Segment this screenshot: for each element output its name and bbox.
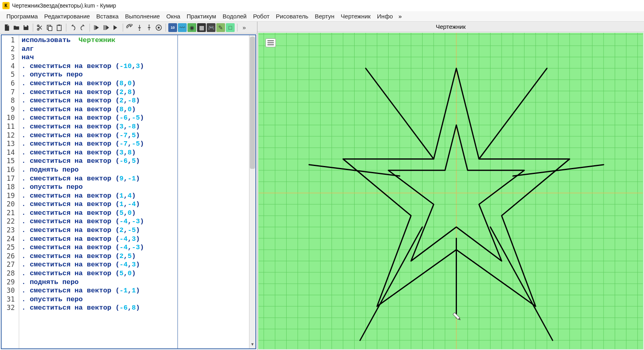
editor-splitter[interactable]: [177, 35, 178, 348]
svg-rect-5: [58, 24, 60, 26]
svg-rect-12: [158, 26, 160, 28]
save-file-icon[interactable]: [22, 23, 30, 32]
actor-5-icon[interactable]: 🎮: [207, 23, 215, 32]
undo-icon[interactable]: [69, 23, 78, 32]
step-into-icon[interactable]: [135, 23, 144, 32]
run-step-icon[interactable]: [102, 23, 111, 32]
menu-Редактирование[interactable]: Редактирование: [41, 12, 93, 21]
menu-more[interactable]: »: [396, 12, 404, 21]
menu-Программа[interactable]: Программа: [3, 12, 41, 21]
canvas-svg: [258, 33, 643, 349]
svg-rect-3: [48, 26, 52, 31]
menu-Вставка[interactable]: Вставка: [93, 12, 122, 21]
menu-Выполнение[interactable]: Выполнение: [122, 12, 163, 21]
actor-6-icon[interactable]: ✎: [216, 23, 225, 32]
svg-rect-4: [57, 25, 62, 31]
menu-Вертун[interactable]: Вертун: [311, 12, 337, 21]
menu-Водолей[interactable]: Водолей: [219, 12, 250, 21]
menu-Чертежник[interactable]: Чертежник: [338, 12, 374, 21]
menu-Робот[interactable]: Робот: [250, 12, 273, 21]
actor-1-icon[interactable]: 10: [168, 23, 177, 32]
svg-rect-8: [105, 25, 106, 30]
stop-icon[interactable]: [154, 23, 163, 32]
editor-scrollbar[interactable]: ▲ ▼: [249, 35, 255, 348]
canvas-title: Чертежник: [257, 22, 644, 32]
code-editor[interactable]: 1234567891011121314151617181920212223242…: [1, 34, 256, 349]
scroll-thumb[interactable]: [250, 37, 255, 169]
step-out-icon[interactable]: [145, 23, 154, 32]
window-title: ЧертежникЗвезда(векторы).kum - Кумир: [12, 2, 116, 9]
actor-4-icon[interactable]: ▦: [197, 23, 206, 32]
copy-icon[interactable]: [45, 23, 54, 32]
menu-Рисователь[interactable]: Рисователь: [273, 12, 311, 21]
actor-2-icon[interactable]: 〰: [178, 23, 187, 32]
app-logo: К: [2, 2, 10, 9]
drawing-canvas[interactable]: [258, 33, 643, 349]
line-gutter: 1234567891011121314151617181920212223242…: [2, 35, 19, 348]
svg-rect-7: [104, 25, 104, 30]
menu-Практикум[interactable]: Практикум: [183, 12, 219, 21]
svg-point-10: [149, 24, 150, 26]
actor-3-icon[interactable]: ◉: [187, 23, 196, 32]
toolbar: 10 〰 ◉ ▦ 🎮 ✎ □ »: [0, 22, 257, 34]
run-fast-icon[interactable]: [112, 23, 120, 32]
redo-icon[interactable]: [78, 23, 87, 32]
open-file-icon[interactable]: [12, 23, 21, 32]
menu-Окна[interactable]: Окна: [163, 12, 183, 21]
editor-pane: 10 〰 ◉ ▦ 🎮 ✎ □ » 12345678910111213141516…: [0, 22, 257, 350]
scroll-down-icon[interactable]: ▼: [249, 342, 255, 348]
cut-icon[interactable]: [36, 23, 44, 32]
actor-7-icon[interactable]: □: [226, 23, 235, 32]
run-icon[interactable]: [92, 23, 101, 32]
new-file-icon[interactable]: [2, 23, 11, 32]
toolbar-more[interactable]: »: [240, 23, 249, 32]
menu-Инфо[interactable]: Инфо: [374, 12, 396, 21]
titlebar: К ЧертежникЗвезда(векторы).kum - Кумир: [0, 0, 644, 11]
paste-icon[interactable]: [55, 23, 64, 32]
canvas-menu-button[interactable]: [265, 38, 276, 47]
menubar: ПрограммаРедактированиеВставкаВыполнение…: [0, 11, 644, 22]
svg-point-9: [139, 29, 140, 30]
canvas-pane: Чертежник: [257, 22, 644, 350]
step-over-icon[interactable]: [126, 23, 134, 32]
code-area[interactable]: использовать Чертежник алг нач . сместит…: [19, 35, 255, 348]
svg-rect-6: [94, 25, 95, 30]
